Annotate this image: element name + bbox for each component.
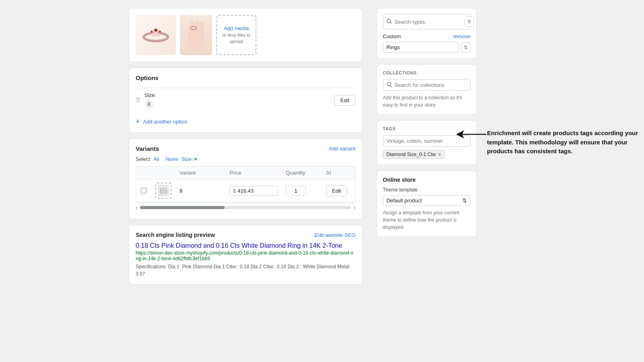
- enrichment-annotation-area: Enrichment will create products tags acc…: [483, 0, 644, 362]
- scroll-right-icon[interactable]: ›: [353, 204, 355, 211]
- online-store-section: Online store Theme template Default prod…: [377, 171, 477, 237]
- variant-size-cell: 8: [180, 188, 229, 194]
- price-input-wrap: $ 416.43: [229, 186, 278, 196]
- option-size-label: Size:: [144, 92, 330, 98]
- options-card: Options ⠿ Size: 8 Edit + Add another opt…: [129, 68, 362, 133]
- col-check: [141, 170, 155, 176]
- collections-section: COLLECTIONS Add this product to a collec…: [377, 64, 477, 115]
- custom-type-value-input[interactable]: [383, 42, 458, 53]
- enrichment-arrow-icon: [455, 130, 487, 139]
- search-collections-input-wrap: [383, 79, 471, 91]
- col-image: [155, 170, 180, 176]
- theme-template-hint: Assign a template from your current them…: [383, 209, 471, 231]
- variant-qty-cell: [286, 186, 326, 196]
- search-types-input-wrap: ⇅: [383, 14, 471, 29]
- custom-value-arrow[interactable]: ⇅: [461, 42, 471, 53]
- variants-table-header: Variant Price Quantity SI: [136, 167, 355, 179]
- custom-type-label: Custom: [383, 33, 401, 39]
- all-filter-link[interactable]: All: [153, 156, 159, 162]
- quantity-input[interactable]: [286, 186, 306, 196]
- tag-chip: Diamond Size_0-1 Ctw ×: [383, 150, 445, 159]
- tag-chip-label: Diamond Size_0-1 Ctw: [386, 152, 436, 157]
- price-currency: $: [233, 188, 236, 194]
- drop-files-text: or drop files to upload: [217, 32, 256, 45]
- enrichment-annotation-box: Enrichment will create products tags acc…: [487, 129, 644, 156]
- variant-image-cell: [155, 183, 180, 199]
- svg-point-4: [154, 29, 157, 32]
- variant-image-placeholder[interactable]: [155, 183, 171, 199]
- col-price: Price: [229, 170, 286, 176]
- svg-line-18: [390, 86, 392, 87]
- variant-image-inner: [158, 185, 169, 196]
- svg-point-3: [151, 31, 153, 33]
- row-checkbox[interactable]: [141, 188, 147, 193]
- tag-remove-button[interactable]: ×: [438, 152, 441, 157]
- variants-header: Variants Add variant: [136, 145, 355, 152]
- add-option-plus-icon: +: [136, 117, 140, 126]
- seo-edit-link[interactable]: Edit website SEO: [315, 232, 355, 238]
- online-store-title: Online store: [383, 177, 471, 183]
- table-row: 8 $ 416.43 Edit: [136, 179, 355, 202]
- option-badge: 8: [144, 100, 153, 109]
- seo-header: Search engine listing preview Edit websi…: [136, 232, 355, 238]
- types-section: ⇅ Custom remove ⇅: [377, 8, 477, 59]
- hand-thumbnail: [180, 15, 212, 55]
- variants-title: Variants: [136, 145, 159, 152]
- variants-card: Variants Add variant Select All None Siz…: [129, 138, 362, 219]
- enrichment-text: Enrichment will create products tags acc…: [487, 129, 644, 156]
- theme-template-value: Default product: [386, 197, 462, 204]
- variant-price-cell: $ 416.43: [229, 186, 286, 196]
- scrollbar-track[interactable]: [140, 206, 351, 209]
- price-value: 416.43: [237, 188, 254, 194]
- svg-rect-11: [200, 22, 204, 33]
- search-types-icon: [386, 19, 392, 25]
- svg-rect-10: [196, 20, 200, 33]
- add-media-button[interactable]: Add media or drop files to upload: [216, 15, 256, 55]
- search-collections-input[interactable]: [394, 82, 467, 88]
- custom-type-remove[interactable]: remove: [453, 33, 471, 39]
- tag-chips-container: Diamond Size_0-1 Ctw ×: [383, 150, 471, 159]
- scrollbar-thumb: [140, 206, 225, 209]
- seo-description-preview: Specifications: Dia 1: Pink Diamond Dia …: [136, 263, 355, 278]
- seo-title-preview: 0.18 Cts Pink Diamond and 0.16 Cts White…: [136, 242, 355, 249]
- col-variant: Variant: [180, 170, 229, 176]
- seo-card: Search engine listing preview Edit websi…: [129, 225, 362, 284]
- svg-point-6: [153, 32, 155, 34]
- scroll-left-icon[interactable]: ‹: [136, 204, 138, 211]
- custom-type-row: Custom remove: [383, 33, 471, 39]
- variant-edit-cell: Edit: [326, 185, 350, 196]
- svg-point-5: [159, 31, 161, 33]
- drag-handle-icon[interactable]: ⠿: [136, 97, 140, 104]
- search-types-input[interactable]: [394, 19, 462, 25]
- right-sidebar: ⇅ Custom remove ⇅ COLLECTIONS: [370, 0, 483, 362]
- seo-url-preview: https://simon-dev-store.myshopify.com/pr…: [136, 250, 355, 261]
- add-variant-link[interactable]: Add variant: [329, 146, 355, 152]
- option-info: Size: 8: [144, 92, 330, 109]
- svg-point-7: [157, 32, 159, 34]
- add-media-label: Add media: [224, 25, 249, 31]
- size-filter-chevron: ▾: [194, 156, 197, 162]
- types-dropdown-arrow[interactable]: ⇅: [464, 16, 474, 27]
- horizontal-scrollbar[interactable]: ‹ ›: [136, 203, 355, 212]
- option-row: ⠿ Size: 8 Edit: [136, 88, 355, 113]
- none-filter-link[interactable]: None: [166, 156, 178, 162]
- collections-hint: Add this product to a collection so it's…: [383, 94, 471, 109]
- row-checkbox-cell: [141, 188, 155, 193]
- theme-template-label: Theme template: [383, 187, 471, 193]
- tags-section: TAGS Diamond Size_0-1 Ctw ×: [377, 120, 477, 165]
- variant-edit-button[interactable]: Edit: [326, 185, 347, 196]
- col-sku: SI: [326, 170, 350, 176]
- size-filter-label: Size:: [182, 156, 193, 162]
- theme-template-arrow: ⇅: [462, 197, 467, 204]
- media-card: Add media or drop files to upload: [129, 8, 362, 62]
- seo-preview-title-label: Search engine listing preview: [136, 232, 215, 238]
- size-filter-dropdown[interactable]: Size: ▾: [182, 156, 197, 162]
- option-edit-button[interactable]: Edit: [334, 95, 355, 106]
- col-qty: Quantity: [286, 170, 326, 176]
- select-label: Select: [136, 156, 150, 162]
- theme-template-select[interactable]: Default product ⇅: [383, 195, 471, 206]
- ring-thumbnail: [136, 15, 176, 55]
- variants-filter-row: Select All None Size: ▾: [136, 156, 355, 162]
- custom-value-wrap: ⇅: [383, 42, 471, 53]
- add-option-row[interactable]: + Add another option: [136, 113, 355, 126]
